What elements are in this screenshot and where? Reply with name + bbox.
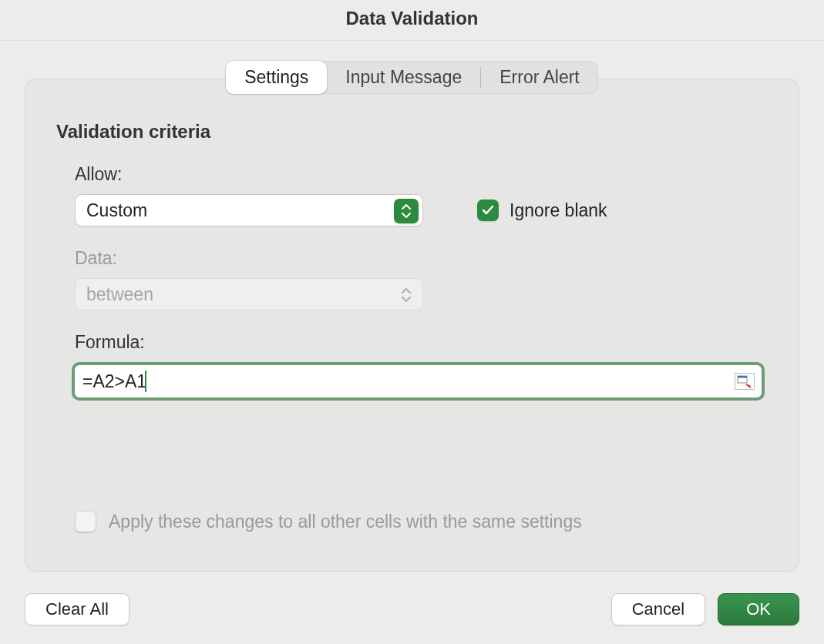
ignore-blank-label: Ignore blank [510,200,607,221]
data-label: Data: [75,248,768,269]
settings-panel: Validation criteria Allow: Custom Ignore… [25,79,799,572]
check-icon [481,203,495,217]
text-caret [145,371,146,392]
data-select: between [75,278,423,310]
data-select-value: between [86,284,153,305]
title-divider [0,40,824,41]
ignore-blank-checkbox[interactable] [477,200,499,221]
apply-all-checkbox [75,511,96,532]
dialog-footer: Clear All Cancel OK [0,593,824,626]
chevron-up-down-icon [394,199,419,223]
allow-select-value: Custom [86,200,147,221]
cancel-button[interactable]: Cancel [611,593,705,626]
apply-all-row: Apply these changes to all other cells w… [75,511,582,532]
apply-all-label: Apply these changes to all other cells w… [109,512,582,532]
tab-input-message[interactable]: Input Message [327,61,480,94]
ok-button[interactable]: OK [718,593,799,626]
allow-label: Allow: [75,164,768,185]
tab-row: Settings Input Message Error Alert [0,61,824,94]
formula-field[interactable]: =A2>A1 [72,362,765,401]
formula-label: Formula: [75,332,768,353]
allow-select[interactable]: Custom [75,194,423,226]
formula-value: =A2>A1 [82,371,146,392]
tab-group: Settings Input Message Error Alert [226,61,598,94]
svg-rect-2 [738,376,747,378]
clear-all-button[interactable]: Clear All [25,593,129,626]
dialog-title: Data Validation [0,0,824,40]
tab-error-alert[interactable]: Error Alert [481,61,598,94]
section-heading: Validation criteria [56,121,768,143]
collapse-dialog-icon[interactable] [734,372,755,391]
chevron-up-down-icon [394,283,419,307]
tab-settings[interactable]: Settings [226,61,327,94]
ignore-blank-row: Ignore blank [477,200,607,221]
